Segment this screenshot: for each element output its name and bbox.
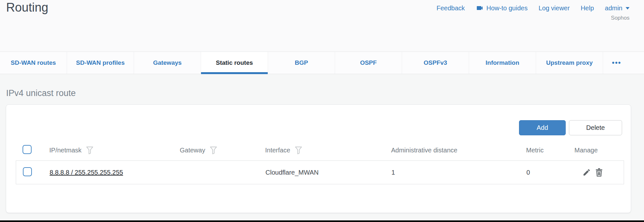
row-manage-cell bbox=[575, 168, 624, 177]
row-ip-netmask-cell: 8.8.8.8 / 255.255.255.255 bbox=[50, 169, 180, 176]
column-header-gateway: Gateway bbox=[180, 146, 265, 154]
column-header-manage: Manage bbox=[574, 147, 624, 154]
interface-value: Cloudflare_MWAN bbox=[265, 169, 319, 176]
admin-distance-value: 1 bbox=[391, 169, 395, 176]
ip-netmask-link[interactable]: 8.8.8.8 / 255.255.255.255 bbox=[50, 169, 123, 176]
delete-button[interactable]: Delete bbox=[569, 120, 622, 135]
feedback-link[interactable]: Feedback bbox=[437, 5, 465, 12]
tab-label: SD-WAN profiles bbox=[76, 59, 125, 66]
screen-bottom-edge bbox=[0, 220, 644, 222]
tab-information[interactable]: Information bbox=[469, 52, 536, 74]
tab-static-routes[interactable]: Static routes bbox=[201, 52, 268, 74]
tab-label: Information bbox=[485, 59, 519, 66]
log-viewer-label: Log viewer bbox=[539, 5, 570, 12]
tab-upstream-proxy[interactable]: Upstream proxy bbox=[536, 52, 603, 74]
add-button[interactable]: Add bbox=[519, 120, 566, 135]
admin-menu[interactable]: admin bbox=[605, 5, 630, 12]
feedback-link-label: Feedback bbox=[437, 5, 465, 12]
column-header-metric: Metric bbox=[526, 147, 574, 154]
tab-label: Upstream proxy bbox=[546, 59, 593, 66]
tab-label: SD-WAN routes bbox=[11, 59, 56, 66]
tab-sdwan-routes[interactable]: SD-WAN routes bbox=[0, 52, 67, 74]
routing-tabbar: SD-WAN routes SD-WAN profiles Gateways S… bbox=[0, 52, 644, 74]
column-label: Administrative distance bbox=[391, 147, 457, 154]
column-header-admin-distance: Administrative distance bbox=[391, 147, 526, 154]
log-viewer-link[interactable]: Log viewer bbox=[539, 5, 570, 12]
filter-icon[interactable] bbox=[210, 146, 217, 154]
admin-menu-label: admin bbox=[605, 5, 622, 12]
metric-value: 0 bbox=[526, 169, 530, 176]
column-header-interface: Interface bbox=[265, 146, 391, 154]
table-toolbar: Add Delete bbox=[6, 105, 631, 135]
table-row: 8.8.8.8 / 255.255.255.255 Cloudflare_MWA… bbox=[16, 160, 624, 184]
howto-guides-label: How-to guides bbox=[486, 5, 528, 12]
tab-label: Gateways bbox=[153, 59, 182, 66]
help-label: Help bbox=[581, 5, 594, 12]
tab-label: OSPFv3 bbox=[424, 59, 447, 66]
row-checkbox[interactable] bbox=[23, 167, 32, 176]
row-metric-cell: 0 bbox=[526, 169, 575, 176]
column-label: Metric bbox=[526, 147, 543, 154]
filter-icon[interactable] bbox=[86, 146, 93, 154]
section-title: IPv4 unicast route bbox=[6, 88, 644, 98]
tab-ospf[interactable]: OSPF bbox=[335, 52, 402, 74]
tab-sdwan-profiles[interactable]: SD-WAN profiles bbox=[67, 52, 134, 74]
column-label: IP/netmask bbox=[49, 147, 82, 154]
column-label: Interface bbox=[265, 147, 290, 154]
howto-guides-link[interactable]: How-to guides bbox=[476, 4, 528, 12]
column-label: Gateway bbox=[180, 147, 205, 154]
header-links: Feedback How-to guides Log viewer Help a… bbox=[437, 4, 630, 12]
video-camera-icon bbox=[476, 4, 484, 12]
table-header-row: IP/netmask Gateway Interface Administrat… bbox=[16, 140, 624, 160]
column-label: Manage bbox=[574, 147, 598, 154]
tab-overflow-menu[interactable]: ••• bbox=[603, 52, 630, 74]
tab-bgp[interactable]: BGP bbox=[268, 52, 335, 74]
filter-icon[interactable] bbox=[295, 146, 302, 154]
tab-label: BGP bbox=[295, 59, 308, 66]
page-title: Routing bbox=[6, 1, 48, 14]
help-link[interactable]: Help bbox=[581, 5, 594, 12]
header-checkbox-cell bbox=[16, 145, 49, 155]
tab-ospfv3[interactable]: OSPFv3 bbox=[402, 52, 469, 74]
edit-icon[interactable] bbox=[582, 168, 591, 177]
caret-down-icon bbox=[625, 7, 630, 10]
select-all-checkbox[interactable] bbox=[23, 145, 32, 154]
row-interface-cell: Cloudflare_MWAN bbox=[265, 169, 391, 176]
tab-gateways[interactable]: Gateways bbox=[134, 52, 201, 74]
ipv4-unicast-route-card: Add Delete IP/netmask Gateway Interfac bbox=[6, 104, 631, 213]
trash-icon[interactable] bbox=[595, 168, 603, 177]
column-header-ip-netmask: IP/netmask bbox=[49, 146, 180, 154]
account-name: Sophos bbox=[611, 15, 630, 21]
page-header: Routing Feedback How-to guides Log viewe… bbox=[0, 0, 644, 52]
routing-page: Routing Feedback How-to guides Log viewe… bbox=[0, 0, 644, 222]
tab-label: Static routes bbox=[216, 59, 253, 66]
row-admin-distance-cell: 1 bbox=[391, 169, 526, 176]
tab-label: OSPF bbox=[360, 59, 377, 66]
row-checkbox-cell bbox=[16, 167, 50, 178]
ellipsis-icon: ••• bbox=[612, 59, 621, 67]
